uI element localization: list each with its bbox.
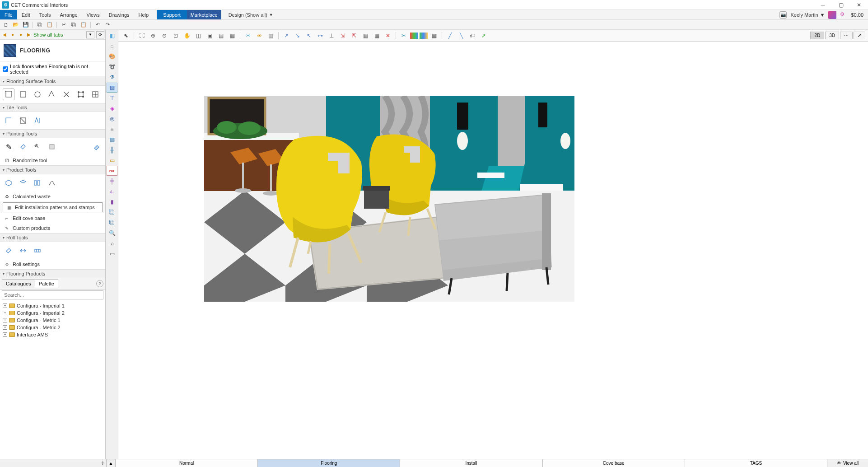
save-icon[interactable]: 💾 — [22, 21, 30, 28]
menu-support[interactable]: Support — [157, 10, 187, 19]
vstrip-cube-icon[interactable]: ◧ — [107, 31, 117, 41]
bottom-tab-flooring[interactable]: Flooring — [258, 459, 400, 467]
product-tool-3[interactable] — [32, 177, 43, 189]
menu-arrange[interactable]: Arrange — [55, 10, 82, 19]
view-3d-button[interactable]: 3D — [825, 32, 839, 39]
vstrip-purple2-icon[interactable]: ⫝ — [107, 187, 117, 196]
surface-tool-2[interactable] — [17, 89, 29, 100]
vstrip-copy2-icon[interactable]: ⿻ — [107, 218, 117, 228]
bottom-tab-install[interactable]: Install — [400, 459, 542, 467]
tree-node[interactable]: +Interface AMS — [3, 331, 103, 338]
vstrip-circles-icon[interactable]: ◎ — [107, 114, 117, 124]
arrow-tool3-icon[interactable]: ↖ — [304, 31, 314, 40]
zoom-fit-icon[interactable]: ⊡ — [171, 31, 181, 40]
panel-flooring-products[interactable]: ▾Flooring Products — [0, 269, 105, 278]
vstrip-bars-icon[interactable]: ╫ — [107, 145, 117, 155]
zoom-out-icon[interactable]: ⊖ — [159, 31, 169, 40]
surface-tool-1[interactable] — [3, 89, 14, 100]
tile-tool-1[interactable] — [3, 115, 14, 126]
copy-icon[interactable]: ⿻ — [36, 21, 44, 28]
vstrip-building-icon[interactable]: ▥ — [107, 135, 117, 145]
bottom-tab-normal[interactable]: Normal — [116, 459, 258, 467]
vstrip-misc-icon[interactable]: ▭ — [107, 249, 117, 259]
product-tool-4[interactable] — [46, 177, 58, 189]
select-rect-icon[interactable]: ⛶ — [137, 31, 147, 40]
calc-waste-link[interactable]: ♻Calculated waste — [0, 191, 105, 201]
custom-products-link[interactable]: ✎Custom products — [0, 223, 105, 233]
edit-patterns-link[interactable]: ▦Edit installation patterns and stamps — [3, 202, 103, 212]
roll-settings-link[interactable]: ⚙Roll settings — [0, 259, 105, 269]
user-avatar[interactable] — [828, 11, 836, 19]
redo-icon[interactable]: ↷ — [103, 21, 112, 28]
duplicate-icon[interactable]: ⿻ — [70, 21, 78, 28]
resize-handle[interactable]: ⇕ — [0, 459, 107, 467]
vstrip-flask-icon[interactable]: ⚗ — [107, 72, 117, 82]
edit-cove-link[interactable]: ⌐Edit cove base — [0, 213, 105, 223]
menu-tools[interactable]: Tools — [35, 10, 56, 19]
surface-tool-3[interactable] — [32, 89, 43, 100]
paste-icon[interactable]: 📋 — [46, 21, 54, 28]
vstrip-rope-icon[interactable]: ➰ — [107, 62, 117, 72]
vstrip-sheet-icon[interactable]: ▭ — [107, 155, 117, 165]
pan-hand-icon[interactable]: ✋ — [182, 31, 192, 40]
roll-tool-1[interactable] — [3, 245, 14, 257]
settings-gear-icon[interactable]: ⚙ — [840, 11, 847, 19]
screenshot-icon[interactable]: ▣ — [205, 31, 215, 40]
catalog-search-input[interactable] — [2, 290, 103, 299]
align-icon[interactable]: ▥ — [266, 31, 275, 40]
tab-catalogues[interactable]: Catalogues — [2, 279, 35, 288]
paint-rect[interactable] — [46, 141, 58, 153]
block3-icon[interactable]: ▦ — [429, 31, 439, 40]
surface-tool-4[interactable] — [46, 89, 58, 100]
vstrip-pdf-icon[interactable]: PDF — [107, 166, 117, 176]
tree-node[interactable]: +Configura - Imperial 2 — [3, 309, 103, 317]
vstrip-purple1-icon[interactable]: ╪ — [107, 176, 117, 186]
user-menu[interactable]: Keely Martin ▼ — [790, 12, 825, 18]
zoom-in-icon[interactable]: ⊕ — [148, 31, 158, 40]
connect-icon[interactable]: ⊶ — [315, 31, 325, 40]
color2-icon[interactable] — [420, 33, 428, 39]
panel-roll-tools[interactable]: ▾Roll Tools — [0, 233, 105, 242]
arrow-tool-icon[interactable]: ↗ — [281, 31, 291, 40]
tabs-dropdown[interactable]: ▼ — [86, 31, 94, 38]
tabs-refresh-icon[interactable]: ⟳ — [96, 31, 104, 38]
vstrip-zoom-icon[interactable]: ⌕ — [107, 238, 117, 248]
vstrip-flooring-icon[interactable]: ▨ — [107, 83, 117, 93]
tree-node[interactable]: +Configura - Imperial 1 — [3, 302, 103, 309]
catalog-help-icon[interactable]: ? — [96, 280, 103, 287]
nav-forward-icon[interactable]: ▶ — [25, 31, 33, 38]
nav-dot1-icon[interactable]: ● — [9, 31, 16, 38]
vstrip-palette-icon[interactable]: 🎨 — [107, 51, 117, 61]
menu-help[interactable]: Help — [134, 10, 154, 19]
view-expand-button[interactable]: ⤢ — [854, 32, 865, 39]
show-all-tabs-link[interactable]: Show all tabs — [33, 32, 63, 37]
menu-views[interactable]: Views — [82, 10, 104, 19]
dim2-icon[interactable]: ⇱ — [349, 31, 359, 40]
bottom-tab-covebase[interactable]: Cove base — [543, 459, 685, 467]
window-maximize-button[interactable]: ▢ — [832, 0, 850, 10]
vstrip-diamond-icon[interactable]: ◈ — [107, 103, 117, 113]
color1-icon[interactable] — [410, 33, 418, 39]
drawing-canvas[interactable] — [118, 42, 868, 459]
menu-drawings[interactable]: Drawings — [104, 10, 134, 19]
tree-node[interactable]: +Configura - Metric 2 — [3, 324, 103, 331]
menu-marketplace[interactable]: Marketplace — [187, 10, 221, 19]
roll-tool-3[interactable] — [32, 245, 43, 257]
surface-tool-6[interactable] — [75, 89, 87, 100]
zoom-window-icon[interactable]: ◫ — [193, 31, 203, 40]
surface-tool-5[interactable] — [61, 89, 72, 100]
paint-bucket[interactable] — [17, 141, 29, 153]
block2-icon[interactable]: ▦ — [372, 31, 382, 40]
view-2d-button[interactable]: 2D — [810, 32, 824, 39]
bottom-tab-tags[interactable]: TAGS — [685, 459, 827, 467]
paste-alt-icon[interactable]: 📋 — [79, 21, 88, 28]
vstrip-purple3-icon[interactable]: ▮ — [107, 197, 117, 207]
tab-palette[interactable]: Palette — [35, 279, 58, 288]
block-icon[interactable]: ▦ — [360, 31, 370, 40]
green-arrow-icon[interactable]: ➚ — [479, 31, 489, 40]
vstrip-copy1-icon[interactable]: ⿻ — [107, 207, 117, 217]
nav-dot2-icon[interactable]: ● — [17, 31, 24, 38]
unlink-icon[interactable]: ⚮ — [254, 31, 264, 40]
lock-floors-checkbox[interactable] — [3, 66, 8, 72]
menu-edit[interactable]: Edit — [17, 10, 35, 19]
